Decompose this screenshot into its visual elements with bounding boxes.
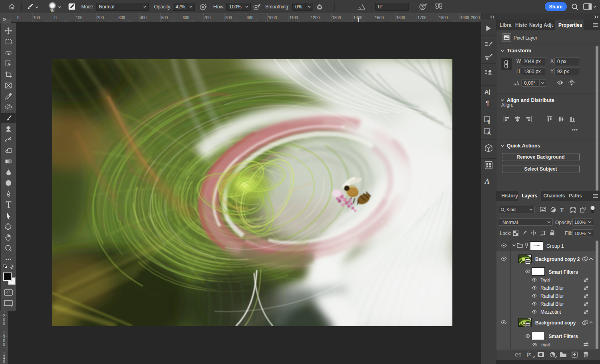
svg-text:400: 400 bbox=[140, 16, 147, 20]
svg-text:100: 100 bbox=[33, 16, 40, 20]
svg-text:1300: 1300 bbox=[332, 16, 341, 20]
svg-text:900: 900 bbox=[247, 16, 254, 20]
svg-text:¶: ¶ bbox=[487, 119, 490, 124]
svg-text:1100: 1100 bbox=[289, 16, 298, 20]
svg-text:0: 0 bbox=[54, 16, 57, 20]
svg-text:0: 0 bbox=[17, 16, 20, 20]
svg-text:A: A bbox=[487, 130, 491, 136]
svg-text:600: 600 bbox=[182, 16, 189, 20]
svg-text:800: 800 bbox=[225, 16, 232, 20]
svg-text:500: 500 bbox=[161, 16, 168, 20]
svg-text:1000: 1000 bbox=[268, 16, 277, 20]
svg-text:1500: 1500 bbox=[375, 16, 384, 20]
svg-text:1200: 1200 bbox=[311, 16, 320, 20]
svg-text:100: 100 bbox=[76, 16, 82, 20]
svg-text:300: 300 bbox=[118, 16, 125, 20]
svg-text:200: 200 bbox=[97, 16, 104, 20]
svg-text:700: 700 bbox=[204, 16, 211, 20]
svg-text:1700: 1700 bbox=[418, 16, 427, 20]
svg-text:1800: 1800 bbox=[439, 16, 448, 20]
svg-text:0: 0 bbox=[3, 321, 5, 326]
svg-text:1600: 1600 bbox=[396, 16, 405, 20]
svg-text:2000: 2000 bbox=[471, 16, 480, 20]
svg-text:1400: 1400 bbox=[354, 16, 363, 20]
svg-text:0: 0 bbox=[3, 342, 5, 347]
svg-text:1900: 1900 bbox=[460, 16, 470, 20]
